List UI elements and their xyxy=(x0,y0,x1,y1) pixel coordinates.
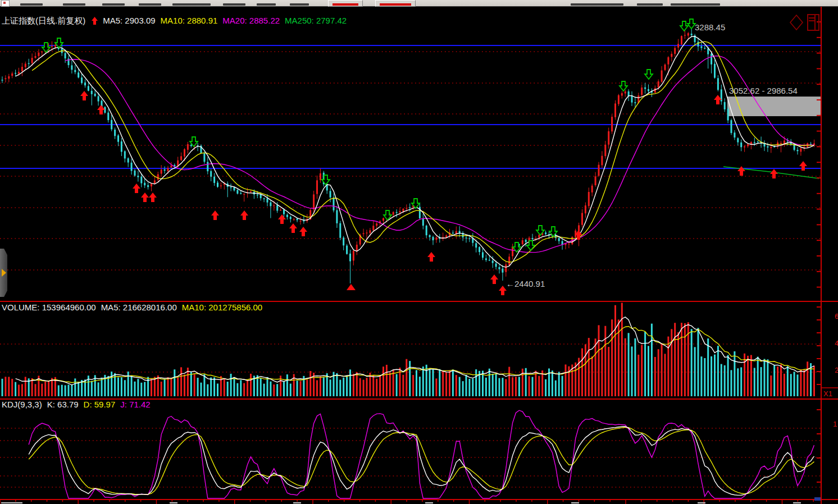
volume-ma10-value: MA10: 201275856.00 xyxy=(182,303,262,312)
toolbar-red-button-1[interactable] xyxy=(328,0,363,7)
kdj-title: KDJ(9,3,3) xyxy=(2,400,42,409)
date-axis-label xyxy=(1,502,22,503)
instrument-title: 上证指数(日线.前复权) xyxy=(2,16,85,25)
kdj-legend: KDJ(9,3,3)K: 63.79D: 59.97J: 71.42 xyxy=(2,400,156,409)
toolbar-red-button-2[interactable] xyxy=(375,0,416,7)
app-icon[interactable] xyxy=(1,0,10,7)
pane-corner-icons xyxy=(785,12,821,33)
main-chart-legend: 上证指数(日线.前复权)MA5: 2903.09MA10: 2880.91MA2… xyxy=(2,16,352,25)
kdj-k-value: K: 63.79 xyxy=(47,400,79,409)
date-axis-label xyxy=(698,502,705,503)
ma20-value: MA20: 2885.22 xyxy=(222,16,280,25)
window-layout-icon[interactable] xyxy=(808,15,819,30)
gap-range-label: 3052.62 - 2986.54 xyxy=(729,86,798,95)
menu-item[interactable] xyxy=(172,3,211,6)
kdj-j-value: J: 71.42 xyxy=(120,400,150,409)
ma10-value: MA10: 2880.91 xyxy=(161,16,218,25)
menu-item-right[interactable] xyxy=(671,3,720,6)
menu-item[interactable] xyxy=(290,3,309,6)
volume-axis-label: 4 xyxy=(835,339,838,347)
volume-axis-label: 2 xyxy=(835,366,838,374)
chart-canvas[interactable] xyxy=(0,0,838,504)
menu-item-right[interactable] xyxy=(571,3,623,6)
up-arrow-icon xyxy=(92,17,98,25)
low-price-label: ←2440.91 xyxy=(506,280,545,288)
date-axis-label xyxy=(293,502,301,503)
menu-bar xyxy=(0,0,838,7)
peak-price-label: 3288.45 xyxy=(695,23,725,32)
menu-item[interactable] xyxy=(63,3,85,6)
menu-item[interactable] xyxy=(223,3,245,6)
date-axis-label xyxy=(170,502,177,503)
diamond-icon[interactable] xyxy=(790,15,803,30)
date-axis-label xyxy=(793,502,801,503)
date-axis-label xyxy=(571,502,579,503)
kdj-d-value: D: 59.97 xyxy=(84,400,116,409)
scrollbar-fragment[interactable] xyxy=(814,497,821,501)
volume-legend: VOLUME: 153964960.00MA5: 216628016.00MA1… xyxy=(2,303,267,312)
ma5-value: MA5: 2903.09 xyxy=(103,16,155,25)
menu-item[interactable] xyxy=(102,3,125,6)
kdj-axis-label: 1 xyxy=(833,420,837,428)
app-window: 上证指数(日线.前复权)MA5: 2903.09MA10: 2880.91MA2… xyxy=(0,0,838,504)
volume-unit-label: X1 xyxy=(823,390,832,398)
menu-item[interactable] xyxy=(139,3,161,6)
date-axis-label xyxy=(425,502,433,503)
expand-arrow-icon xyxy=(2,269,6,277)
volume-axis-label: 6 xyxy=(835,312,838,320)
menu-item-right[interactable] xyxy=(637,3,663,6)
menu-item[interactable] xyxy=(257,3,276,6)
sidebar-expand-handle[interactable] xyxy=(0,249,7,297)
volume-ma5-value: MA5: 216628016.00 xyxy=(101,303,177,312)
menu-item[interactable] xyxy=(20,3,43,6)
volume-value: VOLUME: 153964960.00 xyxy=(2,303,96,312)
ma250-value: MA250: 2797.42 xyxy=(285,16,347,25)
